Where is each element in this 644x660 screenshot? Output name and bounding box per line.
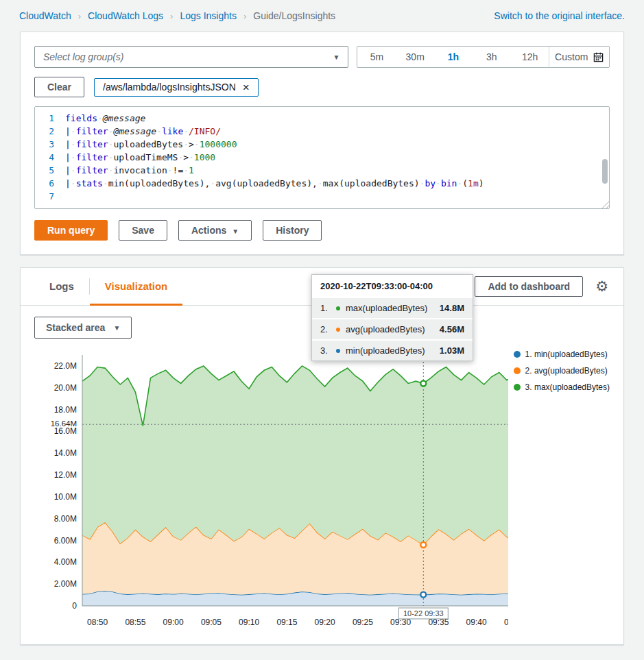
svg-text:0: 0 [72, 601, 77, 611]
gear-icon[interactable]: ⚙ [594, 277, 610, 296]
tooltip-row: 3.min(uploadedBytes)1.03M [312, 339, 473, 360]
chart-legend: 1. min(uploadedBytes)2. avg(uploadedByte… [514, 350, 610, 636]
query-code: 1fields·@message2|·filter·@message·like·… [35, 112, 609, 203]
stacked-area-chart[interactable]: 02.00M4.00M6.00M8.00M10.0M12.0M14.0M16.0… [34, 347, 508, 636]
code-line: 3|·filter·uploadedBytes·>·1000000 [35, 138, 609, 151]
remove-log-group-icon[interactable]: × [243, 82, 250, 93]
legend-item[interactable]: 3. max(uploadedBytes) [514, 382, 610, 392]
chevron-down-icon: ▼ [232, 228, 239, 235]
svg-text:2.00M: 2.00M [54, 579, 77, 589]
line-number: 6 [35, 177, 65, 190]
visualization-panel: Logs Visualization Add to dashboard ⚙ 20… [20, 267, 624, 645]
svg-text:8.00M: 8.00M [54, 514, 77, 524]
svg-text:6.00M: 6.00M [54, 536, 77, 546]
svg-text:09:20: 09:20 [315, 618, 335, 627]
line-number: 4 [35, 151, 65, 164]
svg-text:22.0M: 22.0M [54, 361, 77, 371]
tooltip-timestamp: 2020-10-22T09:33:00-04:00 [312, 275, 473, 297]
breadcrumb-separator-icon: › [170, 11, 173, 21]
series-marker-icon [336, 306, 340, 310]
chevron-down-icon: ▼ [333, 53, 340, 61]
add-to-dashboard-button[interactable]: Add to dashboard [475, 276, 583, 297]
custom-label: Custom [555, 51, 588, 62]
calendar-icon [593, 52, 604, 62]
time-range-30m[interactable]: 30m [396, 47, 434, 67]
run-query-button[interactable]: Run query [34, 220, 108, 241]
legend-item[interactable]: 1. min(uploadedBytes) [514, 350, 610, 359]
history-button[interactable]: History [263, 220, 322, 241]
svg-text:12.0M: 12.0M [54, 470, 77, 480]
code-line: 7 [35, 190, 609, 203]
code-line: 2|·filter·@message·like·/INFO/ [35, 125, 609, 138]
line-number: 5 [35, 164, 65, 177]
line-number: 1 [35, 112, 65, 125]
code-line: 5|·filter·invocation·!=·1 [35, 164, 609, 177]
legend-dot-icon [514, 384, 521, 391]
tooltip-row: 1.max(uploadedBytes)14.8M [312, 297, 473, 318]
chart-type-label: Stacked area [46, 322, 105, 333]
svg-text:09:45: 09:45 [504, 618, 508, 627]
breadcrumb-current-page: Guide/LogsInsights [253, 10, 335, 21]
log-group-chip-label: /aws/lambda/logsInsightsJSON [103, 82, 236, 93]
svg-text:09:40: 09:40 [466, 618, 487, 627]
actions-button[interactable]: Actions▼ [178, 220, 252, 241]
log-group-chip: /aws/lambda/logsInsightsJSON × [94, 78, 259, 97]
legend-item[interactable]: 2. avg(uploadedBytes) [514, 366, 610, 376]
svg-text:16.64M: 16.64M [51, 419, 77, 428]
series-marker-icon [336, 328, 340, 332]
legend-dot-icon [514, 367, 521, 374]
breadcrumb-separator-icon: › [78, 11, 81, 21]
svg-text:10-22 09:33: 10-22 09:33 [403, 609, 444, 618]
svg-text:09:00: 09:00 [163, 618, 184, 627]
code-line: 1fields·@message [35, 112, 609, 125]
chart-tooltip: 2020-10-22T09:33:00-04:00 1.max(uploaded… [311, 274, 473, 361]
line-number: 7 [35, 190, 65, 203]
breadcrumb-bar: CloudWatch › CloudWatch Logs › Logs Insi… [0, 0, 644, 29]
code-line: 4|·filter·uploadTimeMS·>·1000 [35, 151, 609, 164]
breadcrumb-cloudwatch[interactable]: CloudWatch [19, 10, 71, 21]
svg-text:4.00M: 4.00M [54, 557, 77, 567]
tab-visualization[interactable]: Visualization [90, 269, 182, 306]
log-group-select[interactable]: Select log group(s) ▼ [34, 46, 348, 68]
line-number: 3 [35, 138, 65, 151]
svg-text:09:05: 09:05 [201, 618, 222, 627]
switch-interface-link[interactable]: Switch to the original interface. [494, 10, 625, 21]
svg-text:08:55: 08:55 [125, 618, 145, 627]
query-panel: Select log group(s) ▼ 5m 30m 1h 3h 12h C… [20, 32, 624, 255]
breadcrumb-cloudwatch-logs[interactable]: CloudWatch Logs [88, 10, 163, 21]
clear-button[interactable]: Clear [34, 77, 84, 97]
svg-text:09:15: 09:15 [276, 618, 297, 627]
query-editor[interactable]: 1fields·@message2|·filter·@message·like·… [34, 106, 610, 209]
breadcrumb-separator-icon: › [243, 11, 246, 21]
time-range-1h[interactable]: 1h [434, 47, 473, 67]
svg-text:10.0M: 10.0M [54, 492, 77, 502]
svg-text:20.0M: 20.0M [54, 383, 77, 393]
time-range-5m[interactable]: 5m [357, 47, 396, 67]
breadcrumb-logs-insights[interactable]: Logs Insights [180, 10, 237, 21]
svg-text:09:25: 09:25 [353, 618, 373, 627]
line-number: 2 [35, 125, 65, 138]
breadcrumb: CloudWatch › CloudWatch Logs › Logs Insi… [19, 10, 335, 21]
svg-text:09:10: 09:10 [239, 618, 259, 627]
legend-dot-icon [514, 351, 521, 358]
time-range-selector: 5m 30m 1h 3h 12h Custom [357, 46, 610, 68]
chart-type-dropdown[interactable]: Stacked area ▼ [34, 317, 132, 339]
svg-text:16.0M: 16.0M [54, 426, 77, 436]
time-range-12h[interactable]: 12h [511, 47, 549, 67]
tab-logs[interactable]: Logs [34, 269, 89, 306]
tooltip-row: 2.avg(uploadedBytes)4.56M [312, 318, 473, 339]
code-line: 6|·stats·min(uploadedBytes),·avg(uploade… [35, 177, 609, 190]
editor-scrollbar[interactable] [602, 159, 608, 184]
save-button[interactable]: Save [119, 220, 167, 241]
time-range-3h[interactable]: 3h [473, 47, 511, 67]
series-marker-icon [336, 349, 340, 353]
chevron-down-icon: ▼ [113, 324, 120, 332]
svg-text:18.0M: 18.0M [54, 405, 77, 415]
svg-text:08:50: 08:50 [87, 618, 108, 627]
time-range-custom[interactable]: Custom [549, 47, 609, 67]
log-group-placeholder: Select log group(s) [43, 51, 124, 62]
svg-text:14.0M: 14.0M [54, 448, 77, 458]
